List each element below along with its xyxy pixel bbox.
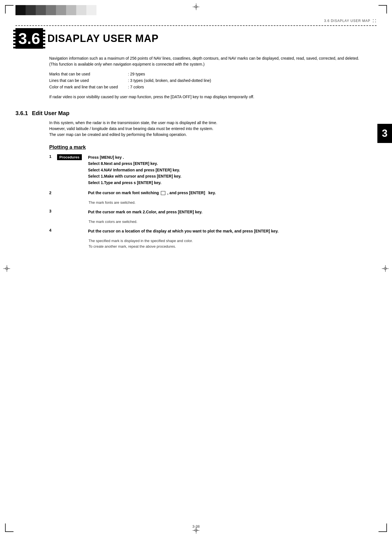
top-section-ref: 3.6 DISAPLAY USER MAP ∷: [324, 17, 377, 24]
procedure-2: 2 Put the cursor on mark font switching …: [49, 190, 357, 196]
proc-num-3: 3: [49, 209, 57, 213]
spec-value-1: : 29 types: [128, 71, 360, 77]
section-separator: [15, 25, 377, 26]
procedure-1: 1 Procedures Press [MENU] key . Select 8…: [49, 154, 357, 186]
proc-content-3: Put the cursor mark on mark 2.Color, and…: [88, 209, 357, 215]
crosshair-right: [382, 265, 389, 272]
proc-content-2: Put the cursor on mark font switching , …: [88, 190, 357, 196]
top-dots: ∷: [373, 17, 377, 24]
main-content: 3.6 DISAPLAY USER MAP Navigation informa…: [15, 28, 377, 520]
header-block-4: [46, 5, 56, 15]
corner-mark-tl: [5, 5, 13, 14]
section361-intro: In this system, when the radar is in the…: [49, 120, 360, 138]
section361-title: Edit User Map: [32, 110, 69, 117]
chapter-heading: 3.6 DISAPLAY USER MAP: [15, 28, 377, 49]
page-number: 3-38: [192, 524, 200, 529]
top-section-label: 3.6 DISAPLAY USER MAP: [324, 19, 370, 23]
corner-mark-bl: [5, 523, 13, 532]
header-block-3: [36, 5, 46, 15]
procedure-3-wrapper: 3 Put the cursor mark on mark 2.Color, a…: [49, 209, 357, 225]
procedures-section: 1 Procedures Press [MENU] key . Select 8…: [49, 154, 357, 249]
chapter-number-box: 3.6: [15, 28, 43, 49]
header-block-1: [15, 5, 26, 15]
proc-note-4: The specified mark is displayed in the s…: [89, 238, 337, 249]
spec-label-1: Marks that can be used: [49, 71, 128, 77]
procedure-4: 4 Put the cursor on a location of the di…: [49, 228, 357, 234]
proc-line-1-4: Select 1.Make with cursor and press [ENT…: [88, 174, 181, 178]
crosshair-top: [193, 3, 199, 10]
spec-item-3: Color of mark and line that can be used …: [49, 84, 360, 90]
intro-paragraph1: Navigation information such as a maximum…: [49, 55, 360, 67]
proc-badge-area-1: Procedures: [57, 154, 88, 160]
proc-content-1: Press [MENU] key . Select 8.Next and pre…: [88, 154, 357, 186]
spec-item-1: Marks that can be used : 29 types: [49, 71, 360, 77]
chapter-number: 3.6: [18, 29, 40, 48]
subsection-title: Plotting a mark: [49, 144, 377, 150]
header-block-7: [76, 5, 86, 15]
procedure-2-wrapper: 2 Put the cursor on mark font switching …: [49, 190, 357, 205]
header-bar: [15, 5, 96, 15]
section361-number: 3.6.1: [15, 110, 28, 117]
proc-line-1-2: Select 8.Next and press [ENTER] key.: [88, 161, 158, 166]
proc-num-4: 4: [49, 228, 57, 232]
crosshair-left: [3, 265, 10, 272]
proc-num-2: 2: [49, 191, 57, 195]
proc-text-3: Put the cursor mark on mark 2.Color, and…: [88, 210, 202, 214]
procedures-badge: Procedures: [57, 154, 82, 160]
spec-value-2: : 3 types (solid, broken, and dashed-dot…: [128, 78, 360, 84]
header-block-2: [26, 5, 36, 15]
proc-note-3: The mark colors are switched.: [89, 219, 337, 225]
procedure-4-wrapper: 4 Put the cursor on a location of the di…: [49, 228, 357, 249]
spec-value-3: : 7 colors: [128, 84, 360, 90]
square-icon: [161, 191, 165, 195]
proc-line-1-3: Select 4.NAV Information and press [ENTE…: [88, 168, 180, 172]
spec-label-2: Lines that can be used: [49, 78, 128, 84]
corner-mark-br: [379, 523, 387, 532]
proc-num-1: 1: [49, 154, 57, 159]
spec-item-2: Lines that can be used : 3 types (solid,…: [49, 78, 360, 84]
proc-line-1-1: Press [MENU] key .: [88, 155, 124, 160]
intro-paragraph2: If radar video is poor visibility caused…: [49, 94, 360, 100]
page: 3.6 DISAPLAY USER MAP ∷ 3 3.6 DISAPLAY U…: [0, 0, 392, 537]
chapter-title: DISAPLAY USER MAP: [48, 33, 159, 44]
proc-text-2: Put the cursor on mark font switching , …: [88, 191, 216, 195]
header-block-8: [86, 5, 96, 15]
chapter-side-tab: 3: [377, 124, 392, 143]
proc-text-4: Put the cursor on a location of the disp…: [88, 229, 278, 233]
proc-content-4: Put the cursor on a location of the disp…: [88, 228, 357, 234]
header-block-6: [66, 5, 76, 15]
specs-list: Marks that can be used : 29 types Lines …: [49, 71, 360, 90]
proc-line-1-5: Select 1.Type and press s [ENTER] key.: [88, 180, 161, 185]
proc-note-2: The mark fonts are switched.: [89, 200, 337, 205]
spec-label-3: Color of mark and line that can be used: [49, 84, 128, 90]
header-block-5: [56, 5, 66, 15]
procedure-3: 3 Put the cursor mark on mark 2.Color, a…: [49, 209, 357, 215]
corner-mark-tr: [379, 5, 387, 14]
